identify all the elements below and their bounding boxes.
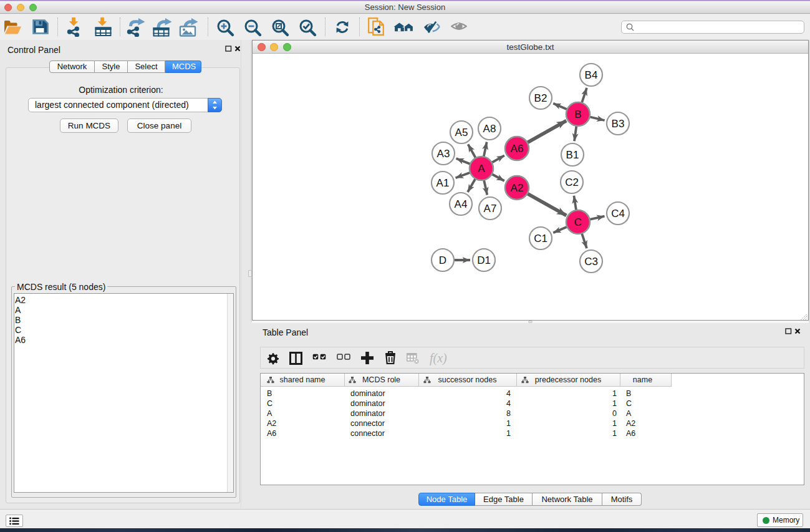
- svg-text:A: A: [478, 163, 485, 175]
- svg-text:A1: A1: [436, 177, 450, 189]
- svg-text:C: C: [574, 216, 582, 228]
- svg-text:B: B: [574, 109, 581, 120]
- svg-text:B1: B1: [566, 149, 579, 161]
- svg-text:B3: B3: [612, 118, 625, 130]
- svg-text:A8: A8: [483, 123, 496, 135]
- svg-text:A2: A2: [511, 182, 524, 194]
- svg-text:B2: B2: [534, 92, 547, 104]
- svg-text:D1: D1: [477, 254, 491, 266]
- svg-text:A4: A4: [455, 198, 468, 210]
- svg-text:C4: C4: [611, 208, 625, 220]
- svg-text:A5: A5: [455, 127, 468, 138]
- svg-text:C2: C2: [565, 177, 579, 188]
- svg-text:B4: B4: [585, 69, 598, 81]
- svg-text:C1: C1: [534, 233, 547, 244]
- svg-text:A3: A3: [437, 148, 450, 160]
- svg-text:A7: A7: [484, 203, 497, 215]
- svg-text:C3: C3: [584, 256, 598, 268]
- svg-text:A6: A6: [511, 143, 524, 155]
- svg-text:D: D: [439, 254, 446, 266]
